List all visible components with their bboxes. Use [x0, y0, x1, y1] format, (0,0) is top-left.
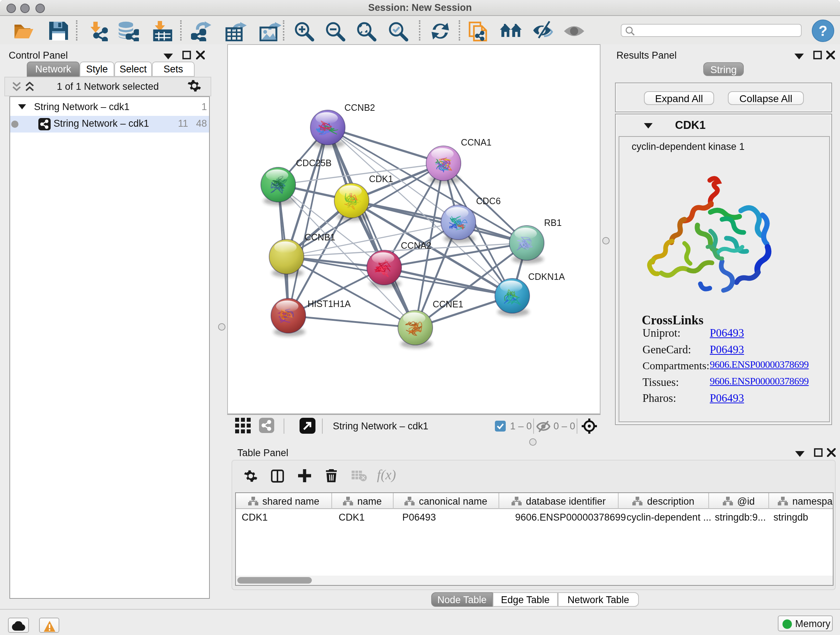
svg-text:CCNB1: CCNB1	[305, 232, 335, 242]
svg-text:RB1: RB1	[544, 218, 562, 228]
svg-text:CCNA2: CCNA2	[401, 241, 431, 250]
svg-text:CCNA1: CCNA1	[461, 137, 492, 147]
svg-text:CDC25B: CDC25B	[296, 158, 332, 168]
svg-text:CDKN1A: CDKN1A	[528, 272, 565, 282]
svg-text:CCNE1: CCNE1	[433, 299, 463, 309]
svg-text:HIST1H1A: HIST1H1A	[308, 299, 351, 309]
svg-text:CCNB2: CCNB2	[344, 103, 375, 112]
svg-text:?: ?	[819, 23, 827, 39]
svg-text:CDC6: CDC6	[476, 196, 501, 206]
svg-text:CDK1: CDK1	[369, 174, 393, 184]
